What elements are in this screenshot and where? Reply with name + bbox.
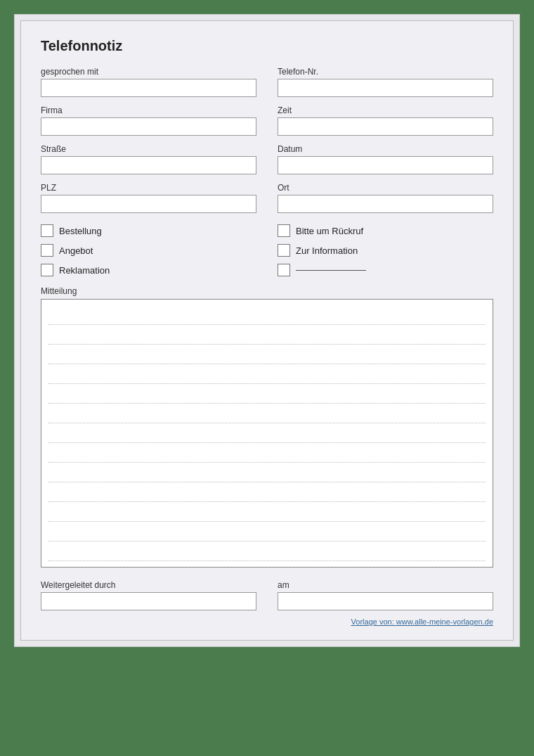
left-checkboxes: Bestellung Angebot Reklamation [41,224,256,276]
checkbox-bestellung[interactable] [41,224,53,237]
checkbox-information[interactable] [278,244,290,257]
form-card: Telefonnotiz gesprochen mit Firma Straße [20,20,514,641]
checkbox-row-bestellung: Bestellung [41,224,256,237]
left-fields: gesprochen mit Firma Straße PLZ [41,67,256,213]
checkbox-reklamation[interactable] [41,264,53,276]
mitteilung-label: Mitteilung [41,286,493,296]
label-angebot: Angebot [59,245,93,256]
mitteilung-line [48,542,486,561]
label-plz: PLZ [41,183,256,193]
label-firma: Firma [41,105,256,115]
field-zeit: Zeit [278,105,493,136]
checkbox-row-rueckruf: Bitte um Rückruf [278,224,493,237]
label-ort: Ort [278,183,493,193]
mitteilung-line [48,364,486,384]
mitteilung-line [48,522,486,542]
input-strasse[interactable] [41,156,256,174]
label-strasse: Straße [41,144,256,154]
custom-label-line [296,270,366,271]
label-gesprochen-mit: gesprochen mit [41,67,256,77]
mitteilung-line [48,345,486,364]
mitteilung-line [48,404,486,423]
fields-grid: gesprochen mit Firma Straße PLZ [41,67,493,213]
label-zeit: Zeit [278,105,493,115]
label-am: am [278,580,493,590]
label-telefon: Telefon-Nr. [278,67,493,77]
field-telefon: Telefon-Nr. [278,67,493,97]
checkbox-custom[interactable] [278,264,290,276]
checkbox-row-angebot: Angebot [41,244,256,257]
right-fields: Telefon-Nr. Zeit Datum Ort [278,67,493,213]
input-datum[interactable] [278,156,493,174]
label-reklamation: Reklamation [59,265,110,276]
field-strasse: Straße [41,144,256,174]
input-firma[interactable] [41,117,256,136]
mitteilung-line [48,443,486,463]
weiter-section: Weitergeleitet durch am [41,580,493,610]
mitteilung-line [48,463,486,482]
input-am[interactable] [278,592,493,610]
checkbox-row-reklamation: Reklamation [41,264,256,276]
checkboxes-section: Bestellung Angebot Reklamation Bitte um … [41,224,493,276]
field-ort: Ort [278,183,493,213]
mitteilung-line [48,423,486,443]
field-am: am [278,580,493,610]
page-wrapper: Telefonnotiz gesprochen mit Firma Straße [14,14,520,647]
field-weitergeleitet: Weitergeleitet durch [41,580,256,610]
footer-link: Vorlage von: www.alle-meine-vorlagen.de [41,617,493,626]
label-information: Zur Information [296,245,358,256]
field-datum: Datum [278,144,493,174]
mitteilung-line [48,384,486,404]
label-weitergeleitet: Weitergeleitet durch [41,580,256,590]
mitteilung-section: Mitteilung [41,286,493,568]
input-weitergeleitet[interactable] [41,592,256,610]
field-gesprochen-mit: gesprochen mit [41,67,256,97]
mitteilung-box[interactable] [41,299,493,568]
label-rueckruf: Bitte um Rückruf [296,226,363,236]
input-gesprochen-mit[interactable] [41,79,256,97]
mitteilung-line [48,325,486,345]
mitteilung-line [48,502,486,522]
input-telefon[interactable] [278,79,493,97]
input-plz[interactable] [41,195,256,213]
mitteilung-line [48,482,486,502]
label-datum: Datum [278,144,493,154]
input-ort[interactable] [278,195,493,213]
field-plz: PLZ [41,183,256,213]
right-checkboxes: Bitte um Rückruf Zur Information [278,224,493,276]
mitteilung-line [48,305,486,325]
input-zeit[interactable] [278,117,493,136]
page-title: Telefonnotiz [41,38,493,54]
checkbox-angebot[interactable] [41,244,53,257]
checkbox-row-information: Zur Information [278,244,493,257]
checkbox-rueckruf[interactable] [278,224,290,237]
footer-link-anchor[interactable]: Vorlage von: www.alle-meine-vorlagen.de [351,617,493,626]
checkbox-row-custom [278,264,493,276]
field-firma: Firma [41,105,256,136]
label-bestellung: Bestellung [59,226,102,236]
